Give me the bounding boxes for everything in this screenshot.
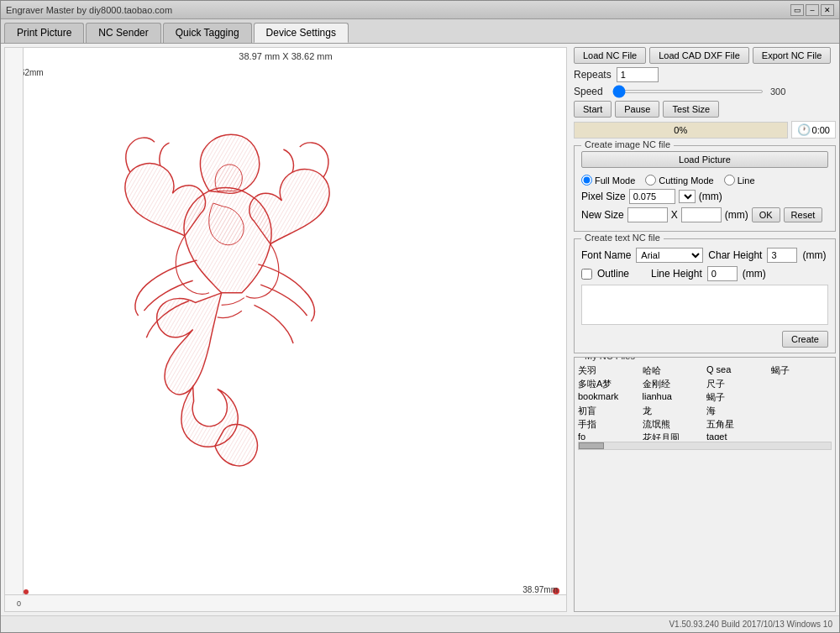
scorpion-drawing: [24, 65, 566, 594]
export-nc-file-button[interactable]: Export NC File: [753, 47, 832, 64]
speed-slider-container: 300: [612, 86, 836, 97]
full-mode-radio[interactable]: [581, 175, 592, 186]
list-item[interactable]: 流氓熊: [643, 418, 704, 431]
mode-radio-group: Full Mode Cutting Mode Line: [581, 175, 828, 186]
tab-bar: Print Picture NC Sender Quick Tagging De…: [1, 19, 839, 44]
list-item[interactable]: 金刚经: [643, 378, 704, 390]
pixel-size-dropdown[interactable]: ▼: [679, 190, 696, 203]
list-item: [771, 432, 832, 440]
list-item[interactable]: 龙: [643, 405, 704, 417]
list-item[interactable]: fo: [578, 432, 639, 440]
title-bar: Engraver Master by diy8000.taobao.com ▭ …: [1, 1, 839, 19]
load-cad-dxf-button[interactable]: Load CAD DXF File: [649, 47, 749, 64]
list-item[interactable]: 海: [706, 405, 768, 417]
nc-files-list: 关羽 哈哈 Q sea 蝎子 多啦A梦 金刚经 尺子 bookmark lian…: [578, 364, 832, 440]
window-controls: ▭ – ✕: [790, 4, 834, 16]
font-select[interactable]: Arial Times New Roman Courier New: [636, 248, 703, 263]
text-input-area[interactable]: [581, 285, 828, 325]
canvas-label-bottom-right: 38.97mm: [522, 585, 558, 594]
version-label: V1.50.93.240 Build 2017/10/13 Windows 10: [669, 620, 832, 629]
list-item[interactable]: Q sea: [706, 364, 768, 377]
repeats-input[interactable]: [617, 67, 659, 82]
list-item[interactable]: 多啦A梦: [578, 378, 639, 390]
progress-bar: 0%: [574, 122, 788, 139]
list-item[interactable]: 蝎子: [706, 391, 768, 404]
start-button[interactable]: Start: [574, 101, 612, 118]
outline-checkbox[interactable]: [581, 269, 592, 280]
create-text-group: Create text NC file Font Name Arial Time…: [574, 238, 836, 353]
list-item[interactable]: 尺子: [706, 378, 768, 390]
list-item[interactable]: 关羽: [578, 364, 639, 377]
tab-nc-sender[interactable]: NC Sender: [86, 23, 160, 43]
nc-files-title: My NC Files: [581, 357, 638, 361]
action-buttons: Start Pause Test Size: [574, 101, 836, 118]
new-size-reset-button[interactable]: Reset: [784, 207, 823, 222]
font-row: Font Name Arial Times New Roman Courier …: [581, 248, 828, 263]
font-name-label: Font Name: [581, 249, 631, 261]
list-item: [771, 378, 832, 390]
close-button[interactable]: ✕: [821, 4, 834, 16]
new-size-y-input[interactable]: [681, 207, 722, 222]
load-picture-button[interactable]: Load Picture: [581, 151, 828, 168]
char-height-unit: (mm): [802, 249, 826, 261]
y-axis: [5, 48, 24, 611]
tab-quick-tagging[interactable]: Quick Tagging: [163, 23, 252, 43]
pixel-size-input[interactable]: [629, 189, 675, 204]
create-text-title: Create text NC file: [581, 233, 664, 243]
list-item[interactable]: taget: [706, 432, 768, 440]
cutting-mode-radio[interactable]: [645, 175, 656, 186]
outline-row: Outline Line Height (mm): [581, 266, 828, 281]
nc-files-group: My NC Files 关羽 哈哈 Q sea 蝎子 多啦A梦 金刚经 尺子 b…: [574, 357, 836, 612]
canvas-area: 38.97 mm X 38.62 mm 38.62mm: [4, 47, 567, 612]
list-item[interactable]: 花好月圆: [643, 432, 704, 440]
list-item[interactable]: lianhua: [643, 391, 704, 404]
list-item[interactable]: 初盲: [578, 405, 639, 417]
file-buttons: Load NC File Load CAD DXF File Export NC…: [574, 47, 836, 64]
char-height-label: Char Height: [708, 249, 762, 261]
x-separator: X: [671, 209, 678, 221]
list-item: [771, 391, 832, 404]
title-text: Engraver Master by diy8000.taobao.com: [6, 5, 172, 15]
progress-value: 0%: [674, 125, 687, 135]
new-size-ok-button[interactable]: OK: [752, 207, 780, 222]
nc-scrollbar-thumb[interactable]: [579, 442, 604, 449]
pixel-size-unit: (mm): [699, 191, 722, 202]
line-height-unit: (mm): [743, 268, 766, 280]
dimension-label: 38.97 mm X 38.62 mm: [239, 51, 332, 61]
repeats-label: Repeats: [574, 69, 612, 81]
speed-max-label: 300: [770, 86, 785, 97]
x-axis-zero: 0: [17, 599, 21, 608]
line-mode-radio[interactable]: [724, 175, 735, 186]
load-nc-file-button[interactable]: Load NC File: [574, 47, 646, 64]
tab-print-picture[interactable]: Print Picture: [4, 23, 84, 43]
tab-device-settings[interactable]: Device Settings: [254, 23, 349, 43]
time-display: 🕐 0:00: [791, 121, 836, 139]
list-item: [771, 405, 832, 417]
list-item[interactable]: 哈哈: [643, 364, 704, 377]
speed-slider[interactable]: [612, 90, 764, 93]
repeats-row: Repeats: [574, 67, 836, 82]
restore-button[interactable]: ▭: [790, 4, 804, 16]
pause-button[interactable]: Pause: [615, 101, 659, 118]
test-size-button[interactable]: Test Size: [663, 101, 719, 118]
line-mode-option[interactable]: Line: [724, 175, 755, 186]
char-height-input[interactable]: [767, 248, 797, 263]
x-axis: 0: [5, 594, 566, 611]
minimize-button[interactable]: –: [806, 4, 819, 16]
nc-files-scrollbar[interactable]: [578, 442, 832, 450]
create-btn-row: Create: [581, 331, 828, 348]
new-size-row: New Size X (mm) OK Reset: [581, 207, 828, 222]
full-mode-label: Full Mode: [595, 175, 635, 186]
full-mode-option[interactable]: Full Mode: [581, 175, 635, 186]
list-item[interactable]: 蝎子: [771, 364, 832, 377]
new-size-x-input[interactable]: [627, 207, 668, 222]
cutting-mode-label: Cutting Mode: [659, 175, 713, 186]
line-height-label: Line Height: [651, 268, 702, 280]
list-item[interactable]: 五角星: [706, 418, 768, 431]
line-height-input[interactable]: [707, 266, 738, 281]
list-item[interactable]: 手指: [578, 418, 639, 431]
cutting-mode-option[interactable]: Cutting Mode: [645, 175, 713, 186]
pixel-size-row: Pixel Size ▼ (mm): [581, 189, 828, 204]
list-item[interactable]: bookmark: [578, 391, 639, 404]
create-text-button[interactable]: Create: [782, 331, 828, 348]
